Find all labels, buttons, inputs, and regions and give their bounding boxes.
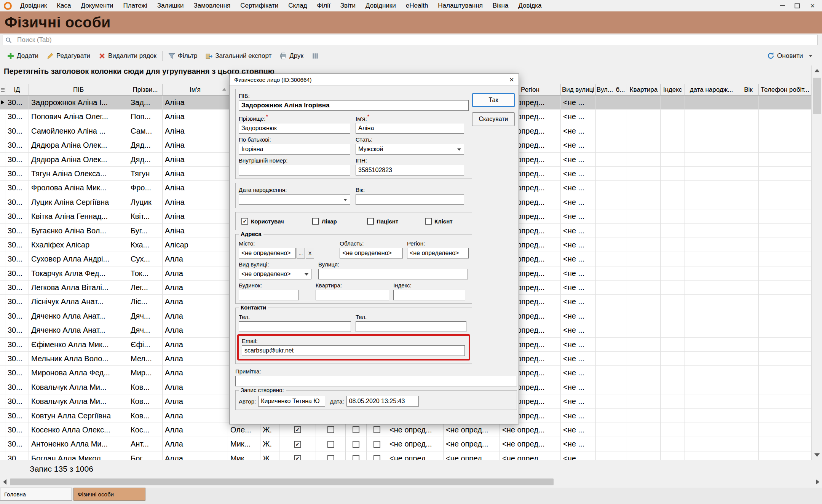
age-input[interactable]: [356, 194, 464, 205]
restore-button[interactable]: [794, 2, 801, 9]
birthdate-select[interactable]: [239, 194, 350, 205]
apartment-input[interactable]: [316, 290, 389, 300]
dialog-role-checkbox[interactable]: ✓Користувач: [239, 218, 312, 225]
surname-input[interactable]: Задорожнюк: [239, 123, 350, 134]
menu-item[interactable]: Звіти: [335, 0, 361, 11]
menu-item[interactable]: Сертифікати: [235, 0, 283, 11]
city-clear-button[interactable]: X: [306, 248, 314, 258]
email-input[interactable]: scarbsup@ukr.net: [242, 345, 465, 356]
street-type-select[interactable]: <не определено>: [239, 269, 311, 279]
horizontal-scrollbar-track[interactable]: [9, 477, 813, 486]
vertical-scrollbar[interactable]: [811, 65, 822, 460]
column-header[interactable]: Вул...: [596, 84, 614, 95]
column-header[interactable]: б...: [614, 84, 627, 95]
menu-item[interactable]: Каса: [52, 0, 76, 11]
city-input[interactable]: <не определено>: [239, 248, 296, 258]
column-header[interactable]: Вид вулиці: [561, 84, 596, 95]
menu-item[interactable]: Налаштування: [433, 0, 488, 11]
menu-item[interactable]: Довідники: [361, 0, 401, 11]
dialog-role-checkbox[interactable]: Лікар: [312, 218, 367, 225]
menu-item[interactable]: Залишки: [152, 0, 189, 11]
table-row[interactable]: 30...Косенко Алла Олекс...Кос...АллаОле.…: [0, 423, 811, 437]
cell-index: [661, 124, 685, 138]
column-header[interactable]: дата народж...: [685, 84, 738, 95]
refresh-button[interactable]: Оновити: [763, 49, 817, 63]
patronymic-label: По батькові:: [239, 136, 350, 143]
bottom-tab[interactable]: Головна: [0, 488, 72, 501]
note-input[interactable]: [235, 376, 517, 386]
region-input[interactable]: <не определено>: [407, 248, 469, 258]
cell-surname: Фро...: [128, 181, 163, 195]
column-header[interactable]: Вік: [738, 84, 759, 95]
table-row[interactable]: 30Богдан Алла Микол...Бог...АллаМикЖ.✓<н…: [0, 451, 811, 460]
ok-button[interactable]: Так: [472, 93, 515, 107]
export-button[interactable]: Загальний експорт: [201, 49, 276, 63]
pib-input[interactable]: Задорожнюк Аліна Ігорівна: [239, 100, 469, 111]
dialog-close-icon[interactable]: ×: [509, 75, 514, 84]
menu-item[interactable]: Філії: [312, 0, 335, 11]
scroll-right-arrow-icon[interactable]: [813, 477, 822, 486]
bottom-tab[interactable]: Фізичні особи: [73, 488, 145, 501]
menu-item[interactable]: Довідник: [15, 0, 52, 11]
cell-street_type: <не ...: [561, 437, 596, 451]
phone2-input[interactable]: [356, 321, 466, 332]
close-button[interactable]: ×: [809, 2, 816, 9]
scroll-up-arrow-icon[interactable]: [812, 65, 822, 75]
cell-age: [738, 124, 759, 138]
minimize-button[interactable]: [779, 2, 785, 9]
cell-birth: [685, 394, 738, 408]
column-header[interactable]: ІД: [5, 84, 29, 95]
postal-index-input[interactable]: [393, 290, 465, 300]
street-input[interactable]: [318, 269, 468, 279]
print-button[interactable]: Друк: [276, 49, 308, 63]
column-header[interactable]: Прізви...: [128, 84, 163, 95]
column-header[interactable]: Ім'я: [163, 84, 228, 95]
patronymic-input[interactable]: Ігорівна: [239, 144, 350, 155]
dialog-titlebar[interactable]: Физическое лицо (ID:300664) ×: [230, 74, 519, 86]
menu-item[interactable]: Вікна: [488, 0, 513, 11]
menu-item[interactable]: Склад: [283, 0, 312, 11]
search-input[interactable]: [14, 36, 817, 44]
horizontal-scrollbar-thumb[interactable]: [10, 478, 554, 485]
cell-index: [661, 281, 685, 295]
dialog-role-checkbox[interactable]: Клієнт: [425, 218, 453, 225]
menu-item[interactable]: Замовлення: [188, 0, 235, 11]
ipn-input[interactable]: 3585102823: [356, 165, 464, 175]
sex-select[interactable]: Мужской: [356, 144, 464, 155]
column-header[interactable]: ПІБ: [29, 84, 128, 95]
internal-number-input[interactable]: [239, 165, 350, 175]
column-header[interactable]: Індекс: [661, 84, 685, 95]
horizontal-scrollbar[interactable]: [0, 477, 822, 486]
cell-street: [596, 238, 614, 252]
edit-button[interactable]: Редагувати: [43, 49, 94, 63]
menu-item[interactable]: Документи: [76, 0, 118, 11]
menu-item[interactable]: eHealth: [401, 0, 433, 11]
cell-street_type: <не ...: [561, 138, 596, 152]
column-header[interactable]: Квартира: [627, 84, 661, 95]
city-browse-button[interactable]: ...: [297, 248, 305, 258]
scroll-down-arrow-icon[interactable]: [812, 450, 822, 460]
toolbar-separator: [162, 51, 163, 61]
scroll-left-arrow-icon[interactable]: [0, 477, 9, 486]
filter-button[interactable]: Фільтр: [164, 49, 201, 63]
vertical-scrollbar-thumb[interactable]: [813, 78, 821, 114]
column-header[interactable]: [0, 84, 5, 95]
columns-button[interactable]: [308, 49, 323, 63]
dialog-role-checkbox[interactable]: Пацієнт: [367, 218, 425, 225]
firstname-input[interactable]: Аліна: [356, 123, 464, 134]
menu-item[interactable]: Платежі: [118, 0, 152, 11]
column-header[interactable]: Телефон робіт...: [759, 84, 811, 95]
table-row[interactable]: 30...Антоненко Алла Ми...Ант...АллаМик..…: [0, 437, 811, 451]
delete-row-button[interactable]: Видалити рядок: [94, 49, 161, 63]
cell-name: Алла: [163, 409, 228, 423]
age-label: Вік:: [356, 186, 464, 193]
add-button[interactable]: Додати: [3, 49, 43, 63]
menu-item[interactable]: Довідка: [513, 0, 546, 11]
cancel-button[interactable]: Скасувати: [472, 112, 515, 126]
cell-birth: [685, 138, 738, 152]
cell-street_type: <не ...: [561, 110, 596, 124]
phone1-input[interactable]: [239, 321, 351, 332]
building-input[interactable]: [239, 290, 299, 300]
cell-bud: [614, 96, 627, 110]
oblast-input[interactable]: <не определено>: [340, 248, 403, 258]
